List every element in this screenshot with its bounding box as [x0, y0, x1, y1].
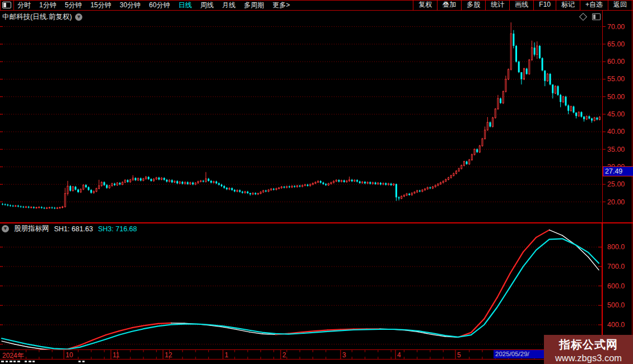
action-button[interactable]: 叠加	[437, 0, 461, 10]
diamond-icon[interactable]	[579, 13, 587, 21]
date-axis-label: 3	[342, 351, 346, 359]
period-tab[interactable]: 15分钟	[90, 1, 111, 10]
chart-title: 中邮科技(日线.前复权)	[2, 12, 72, 22]
action-button[interactable]: 复权	[413, 0, 437, 10]
layout-split-icon[interactable]	[2, 2, 11, 8]
action-button[interactable]: 标记	[556, 0, 580, 10]
main-axis-line	[602, 10, 603, 222]
date-axis-label: 5	[457, 351, 461, 359]
clipped-text-fragment	[13, 361, 16, 362]
period-tab[interactable]: 周线	[200, 1, 213, 10]
period-tab[interactable]: 分时	[17, 1, 31, 10]
last-price-badge: 27.49	[603, 166, 633, 176]
indicator-name: 股朋指标网	[14, 224, 49, 234]
clipped-text-fragment	[29, 361, 31, 362]
top-toolbar: 分时1分钟5分钟15分钟30分钟60分钟日线周线月线多周期更多> 复权叠加多股统…	[0, 0, 633, 10]
action-button[interactable]: +自选	[580, 0, 608, 10]
price-axis-label: 50.00	[607, 93, 625, 101]
clipped-text-fragment	[1, 361, 4, 362]
price-axis-label: 70.00	[607, 23, 625, 31]
watermark-box: 指标公式网 www.zbgs3.com	[544, 335, 633, 364]
period-tabs: 分时1分钟5分钟15分钟30分钟60分钟日线周线月线多周期更多>	[17, 1, 290, 10]
price-axis-label: 35.00	[607, 146, 625, 153]
action-button[interactable]: 多股	[461, 0, 485, 10]
date-axis-label: 2024年	[2, 351, 24, 361]
title-right-icons	[580, 13, 601, 20]
price-axis-label: 40.00	[607, 128, 625, 136]
period-tab[interactable]: 多周期	[244, 1, 264, 10]
indicator-axis-label: 400.0	[607, 321, 625, 329]
indicator-sh3-value: SH3: 716.68	[98, 225, 137, 233]
date-axis-label: 11	[113, 351, 119, 359]
price-axis-label: 25.00	[607, 180, 625, 188]
period-tab[interactable]: 5分钟	[65, 1, 82, 10]
panel-divider-line	[0, 222, 633, 223]
chevron-down-icon[interactable]: ▼	[75, 13, 82, 21]
price-axis-label: 65.00	[607, 40, 625, 48]
indicator-axis-label: 700.0	[607, 263, 625, 270]
period-tab[interactable]: 60分钟	[149, 1, 170, 10]
chart-canvas[interactable]	[0, 0, 633, 364]
chart-title-row: 中邮科技(日线.前复权) ▼	[2, 12, 82, 22]
clipped-text-fragment	[32, 361, 35, 362]
date-axis-label: 10	[66, 351, 73, 359]
toolbar-bottom-line	[0, 10, 633, 11]
action-button[interactable]: F10	[533, 0, 556, 10]
indicator-axis-label: 600.0	[607, 282, 625, 290]
date-axis-label: 1	[225, 351, 229, 359]
clipped-text-fragment	[6, 361, 8, 362]
price-axis-label: 60.00	[607, 58, 625, 66]
period-tab[interactable]: 月线	[222, 1, 235, 10]
indicator-axis-label: 500.0	[607, 301, 625, 309]
indicator-axis-label: 800.0	[607, 243, 625, 251]
period-tab[interactable]: 更多>	[272, 1, 290, 10]
indicator-sh1-value: SH1: 681.63	[54, 225, 94, 233]
period-tab[interactable]: 30分钟	[120, 1, 141, 10]
price-axis-label: 55.00	[607, 75, 625, 83]
panel-layout-icon[interactable]	[592, 13, 601, 20]
indicator-header: ▼ 股朋指标网 SH1: 681.63 SH3: 716.68	[2, 224, 137, 234]
date-axis-label: 2	[282, 351, 286, 359]
date-axis-label: 12	[165, 351, 172, 359]
sub-axis-line	[602, 222, 603, 350]
clipped-text-fragment	[25, 361, 27, 362]
xaxis-bottom-line	[0, 359, 632, 360]
action-button[interactable]: 返回	[608, 0, 632, 10]
date-axis-label: 4	[397, 351, 401, 359]
stock-app-window: { "chart_title": "中邮科技(日线.前复权)", "toolba…	[0, 0, 633, 364]
action-button[interactable]: 画线	[509, 0, 533, 10]
cursor-date-badge: 2025/05/29/	[494, 350, 546, 358]
price-axis-label: 45.00	[607, 110, 625, 118]
chevron-down-icon[interactable]: ▼	[2, 225, 9, 232]
period-tab[interactable]: 日线	[178, 1, 192, 10]
period-tab[interactable]: 1分钟	[39, 1, 57, 10]
action-button[interactable]: 统计	[485, 0, 509, 10]
watermark-title: 指标公式网	[544, 337, 633, 352]
price-axis-label: 20.00	[607, 198, 625, 206]
clipped-text-fragment	[78, 361, 81, 362]
clipped-text-fragment	[10, 361, 12, 362]
watermark-url: www.zbgs3.com	[544, 353, 633, 363]
clipped-text-fragment	[82, 361, 85, 362]
action-buttons: 复权叠加多股统计画线F10标记+自选返回	[413, 0, 632, 10]
clipped-text-fragment	[17, 361, 20, 362]
